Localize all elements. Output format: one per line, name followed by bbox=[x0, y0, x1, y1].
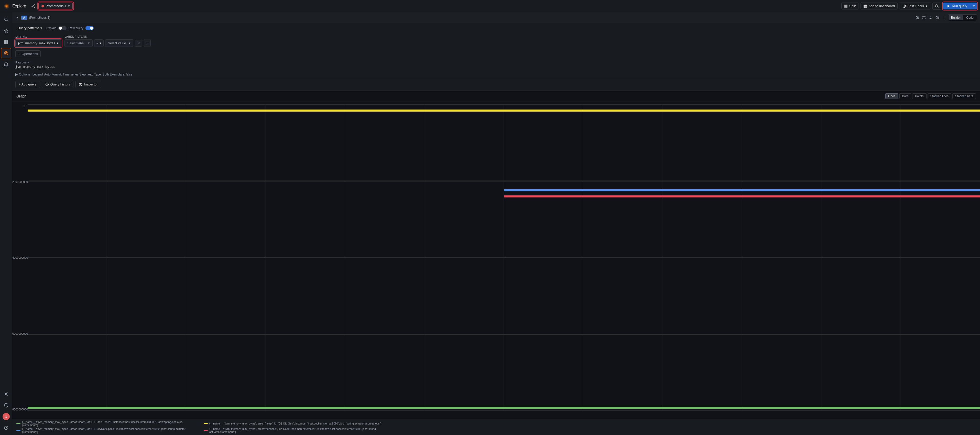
zoom-out-button[interactable] bbox=[932, 3, 941, 10]
legend-item-oldgen: {__name__="jvm_memory_max_bytes", area="… bbox=[204, 421, 382, 427]
query-view-button[interactable] bbox=[928, 14, 934, 21]
explain-toggle-slider bbox=[58, 26, 67, 30]
query-history-button[interactable]: Query history bbox=[42, 81, 73, 88]
nav-right-actions: Split Add to dashboard Last 1 hour ▾ bbox=[841, 3, 977, 10]
sidebar-item-help[interactable] bbox=[1, 423, 11, 433]
options-row: ▶ Options Legend: Auto Format: Time seri… bbox=[12, 71, 980, 78]
explain-label: Explain bbox=[46, 26, 56, 30]
add-to-dashboard-button[interactable]: Add to dashboard bbox=[861, 3, 897, 10]
svg-point-36 bbox=[930, 17, 931, 18]
y-label-2b: 2000000000 bbox=[12, 180, 25, 183]
split-button[interactable]: Split bbox=[841, 3, 859, 10]
legend-label-codeheap: {__name__="jvm_memory_max_bytes", area="… bbox=[209, 427, 383, 433]
svg-marker-20 bbox=[948, 5, 950, 7]
filter-clear-button[interactable]: ✕ bbox=[135, 40, 142, 46]
sidebar-item-shield[interactable] bbox=[1, 400, 11, 410]
operations-row: + Operations bbox=[12, 49, 980, 59]
user-avatar[interactable]: G bbox=[3, 413, 10, 420]
y-label-4b: 4000000000 bbox=[12, 256, 25, 259]
legend-item-survivor: {__name__="jvm_memory_max_bytes", area="… bbox=[16, 427, 196, 433]
raw-query-row: Raw query jvm_memory_max_bytes bbox=[12, 59, 980, 71]
svg-marker-23 bbox=[4, 29, 8, 33]
share-button[interactable] bbox=[30, 3, 37, 9]
y-label-6b: 6000000000 bbox=[12, 332, 25, 335]
run-query-dropdown[interactable]: ▾ bbox=[971, 3, 977, 10]
query-label-badge[interactable]: A bbox=[21, 16, 27, 20]
query-collapse-button[interactable]: ▼ bbox=[15, 16, 19, 20]
options-expand-button[interactable]: ▶ Options bbox=[15, 72, 30, 76]
svg-point-31 bbox=[5, 393, 7, 395]
inspector-button[interactable]: Inspector bbox=[75, 81, 101, 88]
explain-toggle[interactable] bbox=[58, 26, 67, 30]
select-label-button[interactable]: Select label ▾ bbox=[64, 40, 92, 47]
svg-rect-26 bbox=[4, 42, 6, 44]
main-layout: G ▼ A (Prometheus-1) bbox=[0, 12, 980, 435]
sidebar-item-starred[interactable] bbox=[1, 25, 11, 36]
query-patterns-chevron: ▾ bbox=[40, 26, 42, 30]
query-more-button[interactable] bbox=[941, 14, 947, 21]
datasource-indicator bbox=[41, 5, 44, 7]
query-disable-button[interactable] bbox=[934, 14, 940, 21]
y-label-8b: 8000000000 bbox=[12, 408, 25, 411]
graph-type-points[interactable]: Points bbox=[912, 93, 926, 99]
graph-header: Graph Lines Bars Points Stacked lines St… bbox=[12, 91, 980, 102]
builder-tab[interactable]: Builder bbox=[948, 15, 963, 20]
app-logo[interactable] bbox=[3, 3, 10, 10]
metric-field: Metric jvm_memory_max_bytes ▾ bbox=[15, 35, 61, 47]
builder-code-tabs: Builder Code bbox=[948, 14, 977, 21]
code-tab[interactable]: Code bbox=[964, 15, 976, 20]
svg-point-43 bbox=[943, 18, 944, 19]
filter-add-button[interactable]: + bbox=[144, 39, 151, 47]
legend-color-eden bbox=[16, 423, 21, 424]
sidebar-item-explore[interactable] bbox=[1, 48, 11, 58]
sidebar-item-avatar[interactable]: G bbox=[1, 411, 11, 422]
svg-point-28 bbox=[4, 51, 8, 55]
raw-query-toggle[interactable] bbox=[86, 26, 94, 30]
svg-line-18 bbox=[937, 7, 939, 8]
query-controls: Query patterns ▾ Explain Raw query bbox=[12, 23, 980, 33]
select-value-chevron: ▾ bbox=[129, 41, 130, 45]
sidebar-item-search[interactable] bbox=[1, 14, 11, 25]
sidebar-item-dashboards[interactable] bbox=[1, 37, 11, 47]
svg-point-21 bbox=[5, 18, 7, 21]
chart-container: 8000000000 6000000000 4000000000 2000000… bbox=[12, 102, 980, 419]
legend-label-survivor: {__name__="jvm_memory_max_bytes", area="… bbox=[22, 427, 196, 433]
graph-type-stacked-bars[interactable]: Stacked bars bbox=[952, 93, 976, 99]
query-patterns-button[interactable]: Query patterns ▾ bbox=[15, 25, 44, 31]
chart-svg: 17:00 17:05 17:10 17:15 17:20 17:25 17:3… bbox=[28, 104, 980, 411]
run-query-main[interactable]: Run query bbox=[943, 3, 971, 10]
graph-type-lines[interactable]: Lines bbox=[885, 93, 898, 99]
query-datasource-label: (Prometheus-1) bbox=[29, 16, 50, 19]
query-row-actions: Builder Code bbox=[915, 14, 977, 21]
svg-rect-12 bbox=[864, 6, 865, 8]
query-expand-button[interactable] bbox=[921, 14, 927, 21]
svg-rect-13 bbox=[865, 6, 867, 8]
datasource-selector[interactable]: Prometheus-1 ▾ bbox=[38, 3, 73, 10]
svg-rect-25 bbox=[6, 40, 8, 42]
select-value-button[interactable]: Select value ▾ bbox=[105, 40, 133, 47]
legend-label-eden: {__name__="jvm_memory_max_bytes", area="… bbox=[22, 421, 196, 427]
options-details: Legend: Auto Format: Time series Step: a… bbox=[32, 73, 132, 76]
sidebar-item-settings[interactable] bbox=[1, 389, 11, 399]
legend-label-oldgen: {__name__="jvm_memory_max_bytes", area="… bbox=[209, 422, 382, 425]
add-query-button[interactable]: + Add query bbox=[15, 81, 40, 88]
datasource-chevron: ▾ bbox=[68, 4, 70, 8]
add-operations-button[interactable]: + Operations bbox=[15, 50, 41, 57]
svg-point-2 bbox=[6, 5, 8, 6]
graph-type-stacked-lines[interactable]: Stacked lines bbox=[928, 93, 951, 99]
select-label-chevron: ▾ bbox=[88, 41, 90, 45]
metric-selector[interactable]: jvm_memory_max_bytes ▾ bbox=[15, 40, 61, 47]
time-range-button[interactable]: Last 1 hour ▾ bbox=[900, 3, 931, 10]
svg-rect-8 bbox=[845, 5, 846, 8]
svg-rect-24 bbox=[4, 40, 6, 42]
legend-color-survivor bbox=[16, 430, 21, 431]
sidebar-item-alerts[interactable] bbox=[1, 59, 11, 70]
run-query-button[interactable]: Run query ▾ bbox=[943, 3, 977, 10]
query-help-button[interactable] bbox=[915, 14, 920, 21]
operator-button[interactable]: = ▾ bbox=[94, 40, 103, 47]
query-panel: ▼ A (Prometheus-1) bbox=[12, 12, 980, 91]
graph-type-bars[interactable]: Bars bbox=[899, 93, 912, 99]
svg-point-33 bbox=[6, 429, 6, 429]
query-row-header: ▼ A (Prometheus-1) bbox=[12, 12, 980, 23]
raw-query-value: jvm_memory_max_bytes bbox=[15, 65, 977, 69]
